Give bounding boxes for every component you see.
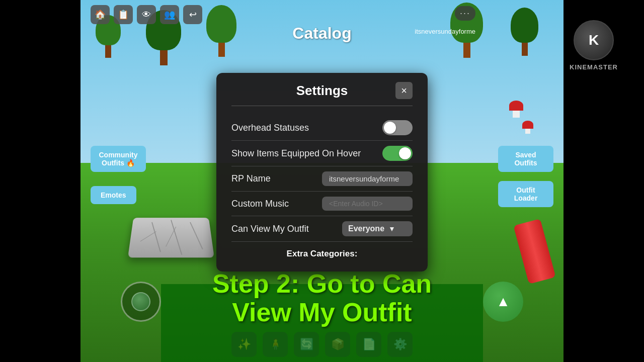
joystick-container <box>121 282 161 322</box>
overhead-statuses-knob <box>384 122 396 134</box>
rp-name-label: RP Name <box>231 173 271 184</box>
top-toolbar: 🏠 📋 👁 👥 ↩ <box>91 5 202 24</box>
crack-lines <box>128 218 214 257</box>
saved-outfits-button[interactable]: Saved Outfits <box>498 146 553 172</box>
rp-name-input[interactable] <box>322 171 413 186</box>
dropdown-arrow-icon: ▼ <box>388 225 395 233</box>
game-viewport: Catalog itsneversundayforme ··· 🏠 📋 👁 👥 … <box>80 0 564 362</box>
mushroom-2 <box>522 121 533 134</box>
left-border <box>0 0 80 362</box>
tree-4 <box>511 8 538 56</box>
emotes-button[interactable]: Emotes <box>91 186 136 204</box>
up-arrow-button[interactable] <box>483 282 523 322</box>
community-outfits-button[interactable]: Community Outfits 🔥 <box>91 146 146 172</box>
svg-line-4 <box>166 227 177 246</box>
custom-music-label: Custom Music <box>231 199 289 209</box>
custom-music-input[interactable] <box>322 197 413 211</box>
settings-header: Settings × <box>231 83 413 106</box>
show-items-knob <box>399 147 411 159</box>
can-view-row: Can View My Outfit Everyone ▼ <box>231 216 413 242</box>
toolbar-players-icon[interactable]: 👥 <box>160 5 179 24</box>
three-dots-menu[interactable]: ··· <box>455 6 475 21</box>
rp-name-row: RP Name <box>231 166 413 192</box>
show-items-toggle[interactable] <box>382 146 413 161</box>
toolbar-eye-icon[interactable]: 👁 <box>137 5 156 24</box>
can-view-dropdown[interactable]: Everyone ▼ <box>342 221 413 236</box>
rock-platform <box>128 218 214 257</box>
extra-categories: Extra Categories: <box>231 242 413 259</box>
svg-line-0 <box>150 222 162 252</box>
custom-music-row: Custom Music <box>231 192 413 216</box>
can-view-label: Can View My Outfit <box>231 224 309 234</box>
toolbar-undo-icon[interactable]: ↩ <box>183 5 202 24</box>
joystick-outer[interactable] <box>121 282 161 322</box>
overhead-statuses-row: Overhead Statuses <box>231 115 413 141</box>
joystick-inner <box>131 292 150 311</box>
catalog-title: Catalog <box>292 24 351 43</box>
toolbar-chat-icon[interactable]: 📋 <box>114 5 133 24</box>
show-items-row: Show Items Equipped On Hover <box>231 141 413 166</box>
svg-line-3 <box>140 231 156 241</box>
settings-close-button[interactable]: × <box>395 82 413 99</box>
kinemaster-icon: K <box>574 20 614 60</box>
kinemaster-text: KINEMASTER <box>570 63 618 71</box>
toolbar-home-icon[interactable]: 🏠 <box>91 5 110 24</box>
mushroom-1 <box>509 101 523 118</box>
username-display: itsneversundayforme <box>415 28 475 35</box>
svg-line-2 <box>190 222 203 249</box>
settings-modal: Settings × Overhead Statuses Show Items … <box>216 73 428 272</box>
step-text-line1: Step 2: Go to Can <box>212 269 432 298</box>
tree-3 <box>206 5 236 57</box>
show-items-label: Show Items Equipped On Hover <box>231 148 361 159</box>
can-view-value: Everyone <box>348 224 384 233</box>
svg-line-1 <box>171 220 182 255</box>
step-text-line2: View My Outfit <box>232 298 412 327</box>
right-border: K KINEMASTER <box>564 0 644 362</box>
overhead-statuses-toggle[interactable] <box>382 120 413 135</box>
step-text: Step 2: Go to Can View My Outfit <box>171 269 473 327</box>
outfit-loader-button[interactable]: Outfit Loader <box>498 181 553 207</box>
kinemaster-logo: K KINEMASTER <box>564 5 624 85</box>
overhead-statuses-label: Overhead Statuses <box>231 123 309 133</box>
settings-title: Settings <box>296 83 348 99</box>
